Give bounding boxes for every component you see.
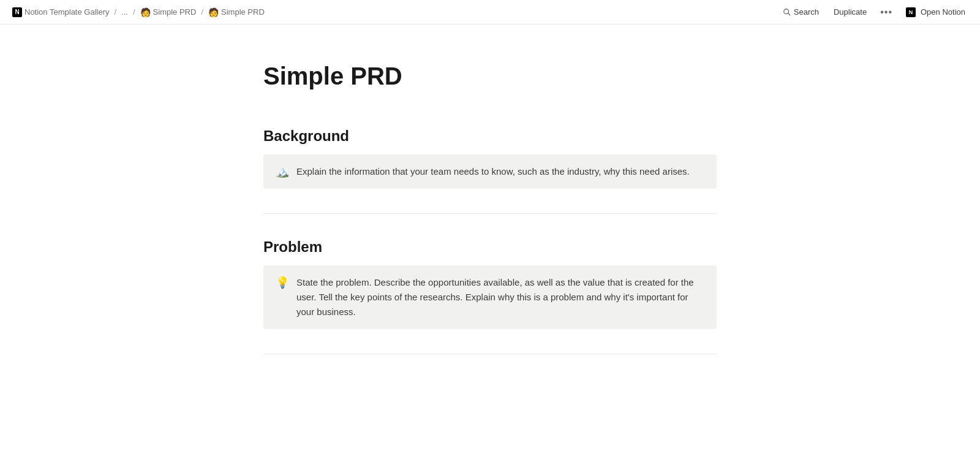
svg-line-1 — [788, 13, 790, 15]
breadcrumb: N Notion Template Gallery / ... / 🧑 Simp… — [10, 6, 267, 18]
search-button[interactable]: Search — [778, 5, 824, 19]
callout-problem: 💡 State the problem. Describe the opport… — [263, 265, 717, 329]
breadcrumb-ellipsis: ... — [121, 7, 128, 17]
open-notion-icon: N — [906, 7, 916, 17]
open-notion-label: Open Notion — [921, 7, 965, 17]
topbar: N Notion Template Gallery / ... / 🧑 Simp… — [0, 0, 980, 25]
search-label: Search — [794, 7, 819, 17]
main-content: Simple PRD Background 🏔️ Explain the inf… — [214, 25, 766, 416]
callout-emoji-problem: 💡 — [276, 276, 289, 289]
section-divider-1 — [263, 213, 717, 214]
duplicate-label: Duplicate — [834, 7, 867, 17]
breadcrumb-item-simple-prd-1[interactable]: 🧑 Simple PRD — [138, 6, 199, 18]
breadcrumb-item-simple-prd-2[interactable]: 🧑 Simple PRD — [206, 6, 267, 18]
duplicate-button[interactable]: Duplicate — [829, 5, 872, 19]
breadcrumb-label-notion-gallery: Notion Template Gallery — [24, 7, 110, 17]
notion-icon: N — [12, 7, 22, 17]
breadcrumb-icon-simple-prd-1: 🧑 — [140, 7, 151, 17]
topbar-actions: Search Duplicate ••• N Open Notion — [778, 4, 970, 20]
section-problem: Problem 💡 State the problem. Describe th… — [263, 238, 717, 329]
breadcrumb-separator-2: / — [133, 7, 135, 17]
breadcrumb-label-simple-prd-1: Simple PRD — [153, 7, 197, 17]
search-icon — [783, 8, 791, 17]
breadcrumb-icon-simple-prd-2: 🧑 — [208, 7, 219, 17]
callout-text-problem: State the problem. Describe the opportun… — [296, 275, 704, 319]
breadcrumb-separator-3: / — [201, 7, 203, 17]
section-heading-background: Background — [263, 127, 717, 145]
section-divider-2 — [263, 354, 717, 354]
section-heading-problem: Problem — [263, 238, 717, 256]
breadcrumb-item-notion-gallery[interactable]: N Notion Template Gallery — [10, 6, 112, 18]
page-title: Simple PRD — [263, 61, 717, 91]
section-background: Background 🏔️ Explain the information th… — [263, 127, 717, 189]
callout-emoji-background: 🏔️ — [276, 165, 289, 178]
callout-text-background: Explain the information that your team n… — [296, 164, 690, 179]
breadcrumb-item-ellipsis[interactable]: ... — [119, 6, 130, 18]
more-options-button[interactable]: ••• — [876, 4, 896, 20]
callout-background: 🏔️ Explain the information that your tea… — [263, 154, 717, 189]
open-notion-button[interactable]: N Open Notion — [901, 5, 970, 20]
breadcrumb-separator-1: / — [115, 7, 117, 17]
breadcrumb-label-simple-prd-2: Simple PRD — [221, 7, 265, 17]
more-options-label: ••• — [880, 7, 892, 18]
